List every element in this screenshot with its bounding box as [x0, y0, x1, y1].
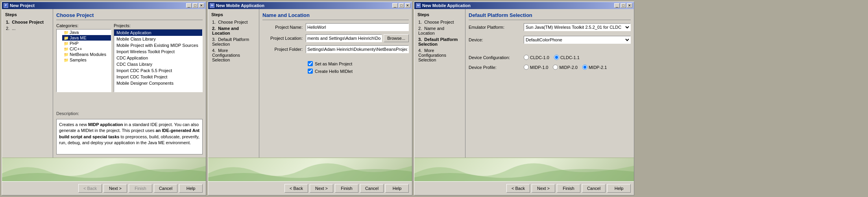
- wave-decoration-3: [414, 158, 634, 181]
- project-location-input[interactable]: [306, 34, 382, 42]
- description-label: Description:: [56, 111, 203, 116]
- help-button-2[interactable]: Help: [385, 184, 409, 193]
- dialog1-body: Steps 1. Choose Project 2. ... Choose Pr…: [2, 9, 206, 158]
- wave-decoration-2: [208, 158, 412, 181]
- dialog-platform-selection: M New Mobile Application _ □ ✕ Steps 1. …: [414, 2, 634, 195]
- steps-label-2: Steps: [211, 12, 256, 17]
- midp10-radio[interactable]: [524, 65, 529, 70]
- title-bar-1: P New Project _ □ ✕: [2, 2, 206, 9]
- maximize-btn[interactable]: □: [192, 3, 198, 8]
- proj-mobile-existing[interactable]: Mobile Project with Existing MIDP Source…: [114, 42, 202, 48]
- cancel-button-2[interactable]: Cancel: [360, 184, 384, 193]
- cldc11-radio[interactable]: [554, 55, 559, 60]
- minimize-btn-3[interactable]: _: [614, 3, 620, 8]
- project-folder-label: Project Folder:: [262, 47, 306, 52]
- dialog2-main: Name and Location Project Name: Project …: [259, 9, 412, 158]
- emulator-label: Emulator Platform:: [469, 25, 524, 30]
- project-folder-input[interactable]: [306, 45, 409, 53]
- proj-cdc-class[interactable]: CDC Class Library: [114, 61, 202, 67]
- proj-import-cdc-toolkit[interactable]: Import CDC Toolkit Project: [114, 74, 202, 80]
- folder-icon-cpp: 📁: [64, 47, 68, 51]
- minimize-btn-2[interactable]: _: [392, 3, 398, 8]
- minimize-btn[interactable]: _: [186, 3, 192, 8]
- cat-php-label: PHP: [70, 41, 79, 46]
- finish-button-2[interactable]: Finish: [335, 184, 358, 193]
- cldc10-label: CLDC-1.0: [530, 55, 549, 60]
- proj-mobile-class[interactable]: Mobile Class Library: [114, 36, 202, 42]
- project-icon: P: [4, 3, 8, 8]
- cldc10-item: CLDC-1.0: [524, 55, 549, 60]
- step-2-2: 2. Name and Location: [211, 26, 256, 36]
- proj-cdc-app[interactable]: CDC Application: [114, 55, 202, 61]
- cat-java[interactable]: 📁 Java: [62, 30, 111, 35]
- close-btn-3[interactable]: ✕: [627, 3, 632, 8]
- device-select[interactable]: DefaultColorPhone: [524, 36, 631, 44]
- browse-button[interactable]: Browse...: [384, 34, 409, 42]
- folder-icon-samples: 📁: [64, 58, 68, 62]
- steps-label-1: Steps: [5, 12, 50, 17]
- next-button-3[interactable]: Next >: [532, 184, 555, 193]
- step-2-1: 1. Choose Project: [211, 19, 256, 25]
- dialog-name-location: M New Mobile Application _ □ ✕ Steps 1. …: [208, 2, 412, 195]
- device-profile-radios: MIDP-1.0 MIDP-2.0 MIDP-2.1: [524, 65, 607, 70]
- emulator-select[interactable]: Sun Java(TM) Wireless Toolkit 2.5.2_01 f…: [524, 23, 631, 31]
- categories-panel: Categories: 📁 Java 📁 Java ME 📁 PHP: [56, 23, 111, 109]
- cat-netbeans[interactable]: 📁 NetBeans Modules: [62, 52, 111, 57]
- folder-icon-netbeans: 📁: [64, 52, 68, 57]
- cat-php[interactable]: 📁 PHP: [62, 41, 111, 46]
- mobile-icon-2: M: [210, 3, 214, 8]
- midp20-radio[interactable]: [553, 65, 558, 70]
- dialog2-body: Steps 1. Choose Project 2. Name and Loca…: [208, 9, 412, 158]
- dialog3-title: New Mobile Application: [422, 3, 471, 8]
- maximize-btn-2[interactable]: □: [399, 3, 404, 8]
- dialog3-panel-title: Default Platform Selection: [469, 12, 631, 20]
- create-hello-checkbox[interactable]: [308, 69, 313, 74]
- projects-list[interactable]: Mobile Application Mobile Class Library …: [114, 29, 203, 92]
- projects-panel: Projects: Mobile Application Mobile Clas…: [114, 23, 203, 109]
- proj-mobile-app[interactable]: Mobile Application: [114, 30, 202, 36]
- back-button-2[interactable]: < Back: [284, 184, 308, 193]
- dialog2-panel-title: Name and Location: [262, 12, 409, 20]
- description-text: Creates a new MIDP application in a stan…: [56, 119, 203, 154]
- cldc11-item: CLDC-1.1: [554, 55, 580, 60]
- project-location-group: Browse...: [306, 34, 409, 42]
- folder-icon-javame: 📁: [64, 36, 68, 40]
- close-btn-2[interactable]: ✕: [405, 3, 410, 8]
- finish-button-1[interactable]: Finish: [129, 184, 152, 193]
- cat-javame[interactable]: 📁 Java ME: [62, 35, 111, 41]
- help-button-1[interactable]: Help: [179, 184, 203, 193]
- next-button-2[interactable]: Next >: [310, 184, 333, 193]
- midp21-item: MIDP-2.1: [582, 65, 607, 70]
- cldc10-radio[interactable]: [524, 55, 529, 60]
- midp20-label: MIDP-2.0: [559, 65, 577, 70]
- midp20-item: MIDP-2.0: [553, 65, 577, 70]
- projects-label: Projects:: [114, 23, 203, 28]
- cancel-button-1[interactable]: Cancel: [154, 184, 177, 193]
- set-main-row: Set as Main Project: [308, 61, 409, 66]
- device-config-row: Device Configuration: CLDC-1.0 CLDC-1.1: [469, 55, 631, 60]
- project-name-input[interactable]: [306, 23, 409, 31]
- proj-mobile-designer[interactable]: Mobile Designer Components: [114, 80, 202, 86]
- close-btn-1[interactable]: ✕: [199, 3, 204, 8]
- cancel-button-3[interactable]: Cancel: [582, 184, 606, 193]
- maximize-btn-3[interactable]: □: [621, 3, 626, 8]
- midp21-radio[interactable]: [582, 65, 587, 70]
- create-hello-label: Create Hello MIDlet: [315, 69, 353, 74]
- back-button-1[interactable]: < Back: [78, 184, 102, 193]
- button-bar-2: < Back Next > Finish Cancel Help: [208, 181, 412, 195]
- finish-button-3[interactable]: Finish: [557, 184, 580, 193]
- categories-list[interactable]: 📁 Java 📁 Java ME 📁 PHP 📁: [56, 29, 111, 92]
- cat-cpp[interactable]: 📁 C/C++: [62, 46, 111, 52]
- next-button-1[interactable]: Next >: [103, 184, 127, 193]
- midp10-label: MIDP-1.0: [530, 65, 548, 70]
- mobile-icon-3: M: [416, 3, 421, 8]
- steps-label-3: Steps: [417, 12, 462, 17]
- cat-samples[interactable]: 📁 Samples: [62, 57, 111, 63]
- device-row: Device: DefaultColorPhone: [469, 36, 631, 44]
- back-button-3[interactable]: < Back: [506, 184, 530, 193]
- set-main-checkbox[interactable]: [308, 61, 313, 66]
- help-button-3[interactable]: Help: [607, 184, 631, 193]
- title-bar-2: M New Mobile Application _ □ ✕: [208, 2, 412, 9]
- proj-import-cdc55[interactable]: Import CDC Pack 5.5 Project: [114, 67, 202, 74]
- proj-import-wireless[interactable]: Import Wireless Toolkit Project: [114, 48, 202, 55]
